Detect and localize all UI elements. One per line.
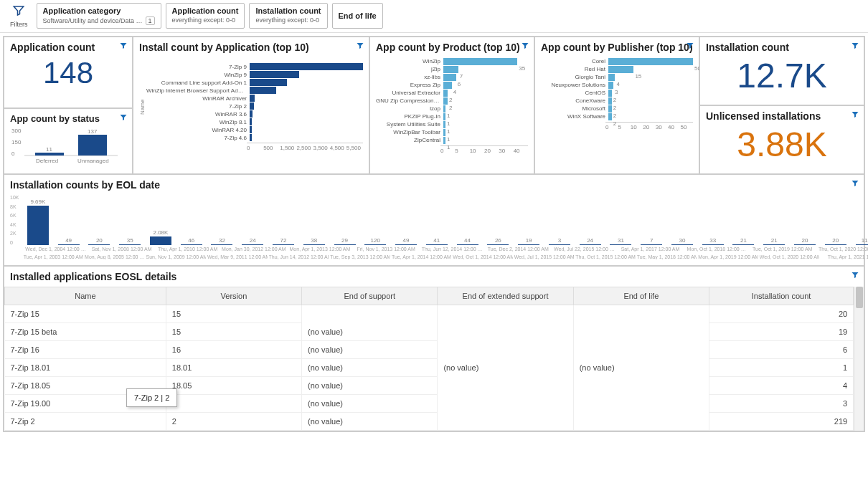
bar-row[interactable]: Microsoft2 bbox=[541, 105, 693, 113]
card-filter-icon[interactable] bbox=[851, 110, 859, 121]
bar-label: Neuxpower Solutions bbox=[541, 82, 605, 88]
card-filter-icon[interactable] bbox=[119, 42, 128, 52]
bar-row[interactable]: WinX Software2 bbox=[541, 113, 693, 120]
bar-row[interactable]: Command Line support Add-On 1 bbox=[146, 79, 363, 86]
bar-row[interactable]: xz-libs6 bbox=[376, 74, 528, 81]
eol-col[interactable]: 7 bbox=[637, 237, 666, 245]
chip-badge: 1 bbox=[146, 16, 155, 25]
eol-col[interactable]: 110 bbox=[852, 237, 868, 245]
bar-row[interactable]: 7-Zip 9 bbox=[146, 63, 363, 70]
chip-install-count[interactable]: Installation count everything except: 0-… bbox=[249, 3, 327, 29]
bar-row[interactable]: Red Hat15 bbox=[541, 66, 693, 73]
col-eoes[interactable]: End of extended support bbox=[438, 287, 573, 305]
eol-bar bbox=[303, 244, 325, 245]
eol-bar bbox=[457, 244, 478, 245]
eol-col[interactable]: 44 bbox=[453, 237, 482, 245]
bar-row[interactable]: WinRAR Archiver bbox=[146, 95, 363, 102]
eol-col[interactable]: 32 bbox=[207, 237, 237, 245]
eol-col[interactable]: 49 bbox=[54, 237, 83, 245]
eol-bar bbox=[88, 244, 110, 245]
bar-row[interactable]: WinZip Internet Browser Support Add-On bbox=[146, 87, 363, 94]
bar-row[interactable]: WinZipBar Toolbar1 bbox=[376, 129, 528, 136]
col-eol[interactable]: End of life bbox=[573, 287, 709, 305]
eol-col[interactable]: 30 bbox=[668, 237, 697, 245]
card-unlicensed[interactable]: Unlicensed installations 3.88K bbox=[699, 105, 864, 174]
eol-col[interactable]: 9.69K bbox=[23, 199, 52, 245]
bar-row[interactable]: GNU Zip Compression …2 bbox=[376, 97, 528, 105]
eol-col[interactable]: 19 bbox=[514, 237, 544, 245]
scroll-thumb[interactable] bbox=[856, 287, 863, 308]
bar-row[interactable]: System Utilities Suite1 bbox=[376, 121, 528, 128]
card-filter-icon[interactable] bbox=[851, 42, 859, 52]
col-version[interactable]: Version bbox=[166, 287, 301, 305]
bar-row[interactable]: Giorgio Tani4 bbox=[541, 74, 693, 81]
bar-row[interactable]: PKZIP Plug-In1 bbox=[376, 113, 528, 120]
eol-col[interactable]: 33 bbox=[698, 237, 727, 245]
bar-row[interactable]: jZip7 bbox=[376, 66, 528, 73]
eol-col[interactable]: 35 bbox=[115, 237, 145, 245]
card-app-by-publisher[interactable]: App count by Publisher (top 10) Corel50R… bbox=[534, 37, 699, 174]
col-name[interactable]: Name bbox=[5, 287, 166, 305]
bar-label: WinZip 9 bbox=[146, 72, 247, 78]
card-filter-icon[interactable] bbox=[356, 42, 364, 52]
bar-row[interactable]: WinZip 9 bbox=[146, 71, 363, 78]
filters-button[interactable]: Filters bbox=[6, 3, 32, 29]
table-scrollbar[interactable] bbox=[854, 287, 864, 431]
bar-row[interactable]: Universal Extractor2 bbox=[376, 90, 528, 97]
eol-col[interactable]: 26 bbox=[483, 237, 513, 245]
chip-app-count[interactable]: Application count everything except: 0-0 bbox=[166, 3, 245, 29]
bar-row[interactable]: Express Zip4 bbox=[376, 82, 528, 89]
eol-col[interactable]: 24 bbox=[575, 237, 605, 245]
bar-row[interactable]: 7-Zip 2 bbox=[146, 102, 363, 110]
eol-col[interactable]: 38 bbox=[299, 237, 329, 245]
x-axis: 0510203040 bbox=[440, 145, 528, 154]
eol-col[interactable]: 120 bbox=[361, 237, 390, 245]
card-app-status[interactable]: App count by status 300 150 0 11 Deferre… bbox=[4, 108, 133, 174]
card-filter-icon[interactable] bbox=[521, 42, 529, 52]
card-eol-chart[interactable]: Installation counts by EOL date 10K 8K 6… bbox=[4, 174, 864, 266]
eol-col[interactable]: 20 bbox=[791, 237, 820, 245]
chip-app-category[interactable]: Application category Software/Utility an… bbox=[37, 3, 161, 29]
eol-col[interactable]: 20 bbox=[85, 237, 114, 245]
eol-col[interactable]: 29 bbox=[330, 237, 359, 245]
bar-row[interactable]: WinRAR 3.6 bbox=[146, 110, 363, 118]
table-row[interactable]: 7-Zip 18.0118.01(no value)1 bbox=[5, 359, 854, 377]
bar-label: WinZip Internet Browser Support Add-On bbox=[146, 87, 247, 94]
eol-col[interactable]: 3 bbox=[544, 237, 574, 245]
eol-col[interactable]: 21 bbox=[729, 237, 758, 245]
card-filter-icon[interactable] bbox=[686, 42, 694, 52]
eol-col[interactable]: 49 bbox=[392, 237, 421, 245]
eol-col[interactable]: 41 bbox=[422, 237, 451, 245]
table-row[interactable]: 7-Zip 22(no value)219 bbox=[5, 413, 854, 431]
card-app-count[interactable]: Application count 148 bbox=[4, 37, 133, 108]
card-eosl-table[interactable]: Installed applications EOSL details Name… bbox=[4, 266, 864, 431]
bar-row[interactable]: Neuxpower Solutions3 bbox=[541, 82, 693, 89]
card-install-count[interactable]: Installation count 12.7K bbox=[699, 37, 864, 105]
bar-row[interactable]: ConeXware2 bbox=[541, 97, 693, 105]
eol-col[interactable]: 46 bbox=[176, 237, 206, 245]
bar-row[interactable]: Izop1 bbox=[376, 105, 528, 113]
eol-col[interactable]: 31 bbox=[606, 237, 636, 245]
bar-row[interactable]: WinZip35 bbox=[376, 58, 528, 65]
eol-col[interactable]: 2.08K bbox=[146, 229, 176, 245]
col-install-count[interactable]: Installation count bbox=[709, 287, 853, 305]
eol-col[interactable]: 20 bbox=[821, 237, 850, 245]
card-filter-icon[interactable] bbox=[851, 179, 859, 190]
bar-row[interactable]: WinZip 8.1 bbox=[146, 118, 363, 125]
table-row[interactable]: 7-Zip 1616(no value)6 bbox=[5, 341, 854, 359]
eol-col[interactable]: 21 bbox=[760, 237, 789, 245]
eol-col[interactable]: 72 bbox=[269, 237, 298, 245]
bar-row[interactable]: WinRAR 4.20 bbox=[146, 126, 363, 133]
bar-row[interactable]: CentOS2 bbox=[541, 90, 693, 97]
eol-col[interactable]: 24 bbox=[238, 237, 268, 245]
card-filter-icon[interactable] bbox=[119, 113, 128, 124]
bar-row[interactable]: ZipCentral1 bbox=[376, 137, 528, 144]
table-row[interactable]: 7-Zip 1515(no value)(no value)(no value)… bbox=[5, 305, 854, 323]
card-install-by-app[interactable]: Install count by Application (top 10) Na… bbox=[133, 37, 369, 174]
card-app-by-product[interactable]: App count by Product (top 10) WinZip35jZ… bbox=[369, 37, 534, 174]
bar-row[interactable]: Corel50 bbox=[541, 58, 693, 65]
col-eos[interactable]: End of support bbox=[302, 287, 438, 305]
card-filter-icon[interactable] bbox=[851, 271, 859, 282]
chip-end-of-life[interactable]: End of life bbox=[332, 3, 383, 29]
bar-row[interactable]: 7-Zip 4.6 bbox=[146, 134, 363, 141]
